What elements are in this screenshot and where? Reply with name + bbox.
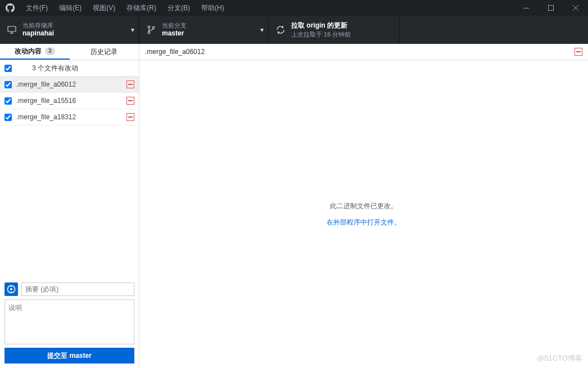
file-checkbox[interactable] <box>4 114 12 121</box>
diff-removed-icon <box>126 97 134 105</box>
window-controls <box>514 0 588 16</box>
fetch-button[interactable]: 拉取 origin 的更新 上次拉取于 16 分钟前 <box>269 16 400 44</box>
menu-help[interactable]: 帮助(H) <box>196 0 230 16</box>
tab-changes[interactable]: 改动内容 3 <box>0 44 70 60</box>
svg-point-8 <box>148 32 150 34</box>
description-input[interactable] <box>4 299 134 344</box>
menu-view[interactable]: 视图(V) <box>87 0 121 16</box>
summary-input[interactable] <box>21 282 134 296</box>
sync-icon <box>275 25 286 34</box>
chevron-down-icon: ▾ <box>260 26 264 34</box>
file-name: .merge_file_a06012 <box>16 80 126 88</box>
fetch-label: 拉取 origin 的更新 <box>291 21 351 30</box>
close-button[interactable] <box>563 0 588 16</box>
menu-branch[interactable]: 分支(B) <box>162 0 196 16</box>
file-checkbox[interactable] <box>4 81 12 88</box>
titlebar: 文件(F) 编辑(E) 视图(V) 存储库(R) 分支(B) 帮助(H) <box>0 0 588 16</box>
minimize-button[interactable] <box>514 0 539 16</box>
branch-label: 当前分支 <box>162 21 187 29</box>
changes-summary-text: 3 个文件有改动 <box>32 64 78 73</box>
binary-file-message: 此二进制文件已更改。 <box>330 201 397 211</box>
file-checkbox[interactable] <box>4 97 12 105</box>
repo-selector[interactable]: 当前存储库 napinahai ▾ <box>0 16 139 44</box>
maximize-button[interactable] <box>539 0 563 16</box>
menu-edit[interactable]: 编辑(E) <box>53 0 87 16</box>
branch-name: master <box>162 29 187 38</box>
fetch-sublabel: 上次拉取于 16 分钟前 <box>291 30 351 38</box>
file-row[interactable]: .merge_file_a18312 <box>0 109 139 125</box>
open-external-link[interactable]: 在外部程序中打开文件。 <box>327 218 401 227</box>
select-all-checkbox[interactable] <box>4 65 12 72</box>
desktop-icon <box>7 26 17 34</box>
diff-view: 此二进制文件已更改。 在外部程序中打开文件。 <box>139 60 588 368</box>
file-row[interactable]: .merge_file_a15516 <box>0 93 139 109</box>
sidebar-tabs: 改动内容 3 历史记录 <box>0 44 139 60</box>
avatar <box>4 282 18 296</box>
diff-file-header: .merge_file_a06012 <box>139 44 588 60</box>
svg-rect-1 <box>549 6 554 11</box>
menu-bar: 文件(F) 编辑(E) 视图(V) 存储库(R) 分支(B) 帮助(H) <box>20 0 230 16</box>
toolbar: 当前存储库 napinahai ▾ 当前分支 master ▾ 拉取 origi… <box>0 16 588 44</box>
diff-removed-icon <box>126 113 134 121</box>
changes-summary-row: 3 个文件有改动 <box>0 60 139 77</box>
chevron-down-icon: ▾ <box>131 26 134 34</box>
file-name: .merge_file_a15516 <box>16 97 126 105</box>
svg-point-11 <box>10 288 12 290</box>
svg-point-9 <box>152 26 155 29</box>
svg-rect-0 <box>523 8 529 8</box>
tab-history-label: 历史记录 <box>91 47 117 57</box>
tab-changes-label: 改动内容 <box>15 47 42 56</box>
diff-file-name: .merge_file_a06012 <box>145 48 205 56</box>
changes-count-badge: 3 <box>45 47 55 55</box>
menu-file[interactable]: 文件(F) <box>20 0 53 16</box>
watermark: @51CTO博客 <box>537 353 582 363</box>
branch-icon <box>146 25 156 34</box>
sidebar: 改动内容 3 历史记录 3 个文件有改动 .merge_file_a06012 … <box>0 44 139 368</box>
file-list: .merge_file_a06012 .merge_file_a15516 .m… <box>0 77 139 125</box>
tab-history[interactable]: 历史记录 <box>70 44 139 60</box>
commit-button[interactable]: 提交至 master <box>4 348 134 363</box>
branch-selector[interactable]: 当前分支 master ▾ <box>139 16 269 44</box>
repo-label: 当前存储库 <box>22 21 54 29</box>
diff-removed-icon <box>575 48 582 56</box>
repo-name: napinahai <box>22 29 54 38</box>
svg-point-7 <box>148 26 150 28</box>
menu-repo[interactable]: 存储库(R) <box>121 0 162 16</box>
github-logo-icon <box>0 3 20 12</box>
file-row[interactable]: .merge_file_a06012 <box>0 77 139 93</box>
file-name: .merge_file_a18312 <box>16 113 126 121</box>
commit-form: 提交至 master <box>0 278 139 368</box>
main-panel: .merge_file_a06012 此二进制文件已更改。 在外部程序中打开文件… <box>139 44 588 368</box>
diff-removed-icon <box>126 80 134 88</box>
svg-rect-4 <box>8 26 16 32</box>
